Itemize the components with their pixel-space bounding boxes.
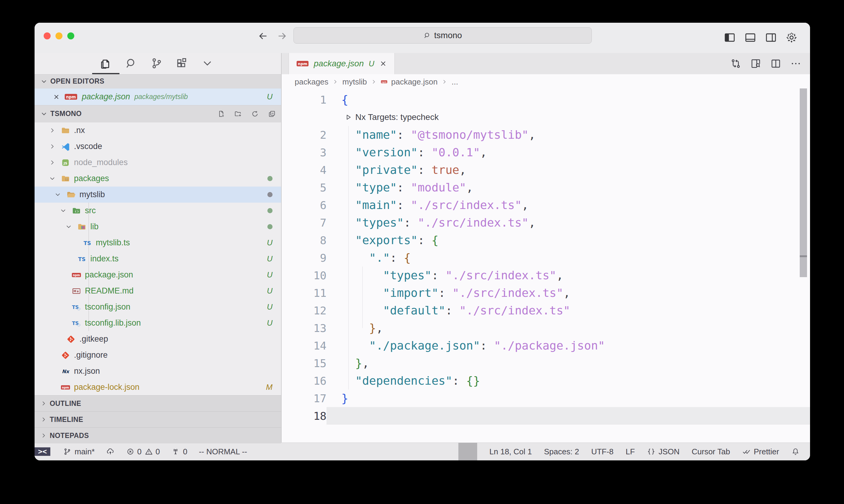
code-line-7[interactable]: 7 "types": "./src/index.ts", [282,214,810,231]
cursor-position[interactable]: Ln 18, Col 1 [489,447,532,456]
chevron-down-icon[interactable] [59,207,71,214]
activity-search-icon[interactable] [124,57,138,71]
chevron-down-icon[interactable] [65,223,77,231]
layout-panel-icon[interactable] [744,31,757,44]
section-timeline[interactable]: TIMELINE [35,411,281,427]
code-line-12[interactable]: 12 "default": "./src/index.ts" [282,302,810,319]
vim-mode[interactable]: -- NORMAL -- [199,447,247,456]
zoom-button[interactable] [459,443,477,461]
maximize-window-button[interactable] [67,32,74,39]
code-line-13[interactable]: 13 }, [282,319,810,337]
tree-item-readme-md[interactable]: README.mdU [35,283,281,299]
refresh-button[interactable] [250,109,260,119]
breadcrumb-item[interactable]: mytslib [342,77,367,87]
collapse-all-button[interactable] [267,109,277,119]
formatter[interactable]: Prettier [742,447,779,456]
chevron-right-icon[interactable] [49,127,61,134]
tree-item-package-lock-json[interactable]: npmpackage-lock.jsonM [35,379,281,395]
tree-item-src[interactable]: src [35,203,281,219]
forward-button[interactable] [275,30,289,43]
open-editors-header[interactable]: OPEN EDITORS [35,74,281,88]
tree-item--nx[interactable]: .nx [35,122,281,139]
breadcrumb-item[interactable]: ... [451,77,458,87]
cloud-upload-icon [106,447,115,456]
chevron-right-icon[interactable] [49,143,61,150]
more-button[interactable] [790,58,802,69]
sync[interactable] [106,447,115,456]
code-line-2[interactable]: 2 "name": "@tsmono/mytslib", [282,126,810,144]
close-icon[interactable] [379,60,387,68]
tree-item--gitignore[interactable]: .gitignore [35,347,281,363]
git-branch[interactable]: main* [63,447,94,456]
chevron-down-icon[interactable] [54,191,66,198]
tree-item-node-modules[interactable]: JSnode_modules [35,155,281,170]
close-icon[interactable] [53,93,60,101]
code-line-9[interactable]: 9 ".": { [282,249,810,267]
language-mode[interactable]: JSON [647,447,679,456]
code-line-6[interactable]: 6 "main": "./src/index.ts", [282,196,810,214]
new-folder-button[interactable] [233,109,243,119]
activity-extensions-icon[interactable] [175,57,189,71]
ports[interactable]: 0 [171,447,187,456]
command-center-search[interactable]: tsmono [293,27,592,43]
code-area[interactable]: 1{Nx Targets: typecheck2 "name": "@tsmon… [282,89,810,443]
codelens-label[interactable]: Nx Targets: typecheck [355,112,439,122]
tree-item--vscode[interactable]: .vscode [35,139,281,155]
tree-item-lib[interactable]: lib [35,219,281,235]
code-line-18[interactable]: 18 [282,407,810,425]
problems[interactable]: 00 [126,447,160,456]
code-line-10[interactable]: 10 "types": "./src/index.ts", [282,267,810,284]
tab-package-json[interactable]: npm package.json U [289,53,395,74]
code-line-1[interactable]: 1{ [282,91,810,108]
tree-item-package-json[interactable]: npmpackage.jsonU [35,267,281,283]
codelens-row[interactable]: Nx Targets: typecheck [282,108,810,126]
layout-sidebar-left-icon[interactable] [723,31,736,44]
split-button[interactable] [770,58,781,69]
eol[interactable]: LF [626,447,635,456]
tree-item-mytslib-ts[interactable]: TSmytslib.tsU [35,235,281,251]
chevron-right-icon[interactable] [49,159,61,166]
code-line-16[interactable]: 16 "dependencies": {} [282,372,810,390]
code-line-3[interactable]: 3 "version": "0.0.1", [282,144,810,161]
tree-item-tsconfig-lib-json[interactable]: TStsconfig.lib.jsonU [35,315,281,331]
editor-group: npm package.json U packagesmytslibnpmpac… [282,53,810,443]
code-line-17[interactable]: 17} [282,390,810,407]
tree-item-index-ts[interactable]: TSindex.tsU [35,251,281,267]
scrollbar-thumb[interactable] [800,88,807,277]
activity-files-icon[interactable] [99,57,113,71]
gear-icon[interactable] [785,31,798,44]
indentation[interactable]: Spaces: 2 [544,447,579,456]
code-line-5[interactable]: 5 "type": "module", [282,179,810,196]
close-window-button[interactable] [44,32,51,39]
preview-button[interactable] [750,58,761,69]
layout-sidebar-right-icon[interactable] [764,31,777,44]
tree-item-mytslib[interactable]: mytslib [35,186,281,203]
code-line-14[interactable]: 14 "./package.json": "./package.json" [282,337,810,354]
activity-chevron-down-icon[interactable] [201,57,214,71]
minimize-window-button[interactable] [55,32,63,39]
breadcrumb-item[interactable]: packages [295,77,328,87]
back-button[interactable] [257,30,270,43]
section-outline[interactable]: OUTLINE [35,395,281,411]
code-line-4[interactable]: 4 "private": true, [282,161,810,179]
section-notepads[interactable]: NOTEPADS [35,427,281,444]
tree-item--gitkeep[interactable]: .gitkeep [35,331,281,347]
code-line-11[interactable]: 11 "import": "./src/index.ts", [282,284,810,302]
code-line-15[interactable]: 15 }, [282,354,810,372]
remote-indicator[interactable]: >< [35,447,50,456]
tree-item-packages[interactable]: packages [35,170,281,186]
diff-button[interactable] [730,58,742,69]
cursor-tab[interactable]: Cursor Tab [692,447,730,456]
tree-item-nx-json[interactable]: Nxnx.json [35,363,281,379]
explorer-section-header[interactable]: TSMONO [35,105,281,122]
tree-item-tsconfig-json[interactable]: TStsconfig.jsonU [35,299,281,315]
chevron-down-icon[interactable] [49,175,61,182]
git-status-badge: U [267,302,273,312]
encoding[interactable]: UTF-8 [591,447,614,456]
new-file-button[interactable] [216,109,226,119]
breadcrumb-item[interactable]: package.json [391,77,437,87]
open-editor-item[interactable]: npm package.json packages/mytslib U [35,88,281,105]
notifications[interactable] [791,447,800,456]
code-line-8[interactable]: 8 "exports": { [282,231,810,249]
activity-source-control-icon[interactable] [150,57,164,71]
